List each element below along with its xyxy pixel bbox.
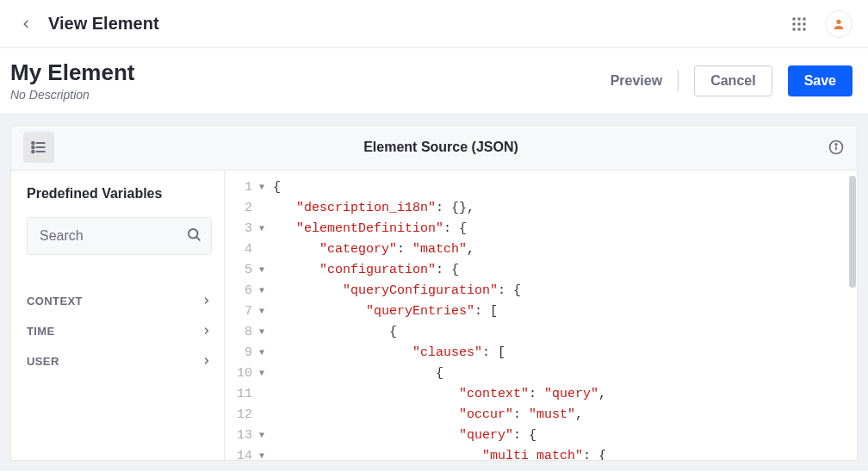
svg-line-20 bbox=[196, 237, 199, 239]
page-title: View Element bbox=[48, 14, 159, 34]
fold-toggle[interactable]: ▼ bbox=[256, 322, 264, 343]
gutter-line: 12 bbox=[225, 405, 264, 425]
avatar[interactable] bbox=[825, 10, 852, 38]
chevron-right-icon bbox=[202, 295, 212, 306]
code-editor[interactable]: 1▼23▼45▼6▼7▼8▼9▼10▼111213▼14▼ { "descrip… bbox=[225, 171, 857, 460]
code-line: "queryEntries": [ bbox=[273, 301, 857, 322]
code-line: "multi_match": { bbox=[273, 446, 857, 460]
panel-title: Element Source (JSON) bbox=[54, 140, 828, 155]
apps-button[interactable] bbox=[789, 14, 809, 34]
chevron-right-icon bbox=[202, 326, 212, 336]
chevron-left-icon bbox=[20, 18, 32, 30]
panel-body: Predefined Variables CONTEXTTIMEUSER 1▼2… bbox=[11, 171, 857, 460]
svg-point-14 bbox=[32, 151, 34, 153]
user-icon bbox=[832, 17, 846, 31]
code-line: { bbox=[273, 363, 857, 384]
svg-rect-1 bbox=[798, 17, 801, 20]
gutter-line: 13▼ bbox=[225, 425, 264, 446]
svg-rect-0 bbox=[793, 17, 796, 20]
svg-point-9 bbox=[836, 19, 840, 23]
gutter-line: 5▼ bbox=[225, 260, 264, 281]
sidebar-title: Predefined Variables bbox=[27, 186, 212, 202]
code-line: "category": "match", bbox=[273, 239, 857, 260]
code-line: "elementDefinition": { bbox=[273, 219, 857, 239]
code-line: "occur": "must", bbox=[273, 405, 857, 425]
svg-rect-2 bbox=[803, 17, 806, 20]
fold-toggle[interactable]: ▼ bbox=[256, 446, 264, 460]
code-line: "configuration": { bbox=[273, 260, 857, 281]
code-line: "context": "query", bbox=[273, 384, 857, 405]
panel-header: Element Source (JSON) bbox=[11, 126, 857, 171]
svg-point-18 bbox=[835, 144, 837, 146]
gutter-line: 7▼ bbox=[225, 301, 264, 322]
gutter-line: 14▼ bbox=[225, 446, 264, 460]
back-button[interactable] bbox=[16, 14, 36, 34]
workspace: Element Source (JSON) Predefined Variabl… bbox=[0, 115, 868, 471]
fold-toggle[interactable]: ▼ bbox=[256, 260, 264, 281]
svg-point-12 bbox=[32, 146, 34, 149]
code-line: "clauses": [ bbox=[273, 343, 857, 363]
element-title: My Element bbox=[10, 60, 135, 86]
gutter-line: 10▼ bbox=[225, 363, 264, 384]
gutter-line: 9▼ bbox=[225, 343, 264, 363]
header: My Element No Description Preview Cancel… bbox=[0, 48, 868, 115]
code-area[interactable]: { "description_i18n": {}, "elementDefini… bbox=[270, 171, 857, 460]
scroll-thumb[interactable] bbox=[849, 176, 856, 288]
svg-rect-7 bbox=[798, 28, 801, 30]
code-line: { bbox=[273, 322, 857, 343]
fold-toggle[interactable]: ▼ bbox=[256, 281, 264, 301]
search-icon bbox=[186, 227, 202, 245]
scrollbar[interactable] bbox=[847, 171, 856, 460]
code-line: "queryConfiguration": { bbox=[273, 281, 857, 301]
code-line: { bbox=[273, 177, 857, 198]
variable-row-context[interactable]: CONTEXT bbox=[27, 286, 212, 316]
code-line: "description_i18n": {}, bbox=[273, 198, 857, 219]
list-icon bbox=[30, 139, 47, 156]
info-icon bbox=[828, 139, 845, 156]
list-toggle-button[interactable] bbox=[23, 132, 54, 163]
gutter-line: 6▼ bbox=[225, 281, 264, 301]
info-button[interactable] bbox=[828, 139, 845, 156]
svg-rect-5 bbox=[803, 22, 806, 25]
svg-point-10 bbox=[32, 142, 34, 145]
fold-toggle[interactable]: ▼ bbox=[256, 343, 264, 363]
chevron-right-icon bbox=[202, 356, 212, 366]
fold-toggle[interactable]: ▼ bbox=[256, 301, 264, 322]
gutter: 1▼23▼45▼6▼7▼8▼9▼10▼111213▼14▼ bbox=[225, 171, 270, 460]
divider bbox=[678, 70, 679, 92]
svg-rect-6 bbox=[793, 28, 796, 30]
variable-label: TIME bbox=[27, 325, 55, 338]
cancel-button[interactable]: Cancel bbox=[694, 65, 772, 96]
fold-toggle[interactable]: ▼ bbox=[256, 363, 264, 384]
svg-rect-4 bbox=[798, 22, 801, 25]
topbar: View Element bbox=[0, 0, 868, 48]
search-input[interactable] bbox=[27, 217, 212, 255]
variable-row-time[interactable]: TIME bbox=[27, 316, 212, 346]
gutter-line: 4 bbox=[225, 239, 264, 260]
gutter-line: 11 bbox=[225, 384, 264, 405]
variable-label: USER bbox=[27, 355, 59, 368]
variable-row-user[interactable]: USER bbox=[27, 346, 212, 376]
gutter-line: 8▼ bbox=[225, 322, 264, 343]
apps-grid-icon bbox=[791, 16, 807, 32]
code-line: "query": { bbox=[273, 425, 857, 446]
fold-toggle[interactable]: ▼ bbox=[256, 219, 264, 239]
save-button[interactable]: Save bbox=[788, 65, 852, 96]
gutter-line: 3▼ bbox=[225, 219, 264, 239]
preview-link[interactable]: Preview bbox=[611, 73, 662, 89]
svg-rect-8 bbox=[803, 28, 806, 30]
variable-list: CONTEXTTIMEUSER bbox=[27, 286, 212, 376]
panel: Element Source (JSON) Predefined Variabl… bbox=[10, 125, 858, 461]
search-wrap bbox=[27, 217, 212, 255]
svg-rect-3 bbox=[793, 22, 796, 25]
gutter-line: 2 bbox=[225, 198, 264, 219]
element-subtitle: No Description bbox=[10, 88, 135, 102]
variable-label: CONTEXT bbox=[27, 295, 83, 307]
fold-toggle[interactable]: ▼ bbox=[256, 425, 264, 446]
sidebar: Predefined Variables CONTEXTTIMEUSER bbox=[11, 171, 225, 460]
gutter-line: 1▼ bbox=[225, 177, 264, 198]
fold-toggle[interactable]: ▼ bbox=[256, 177, 264, 198]
